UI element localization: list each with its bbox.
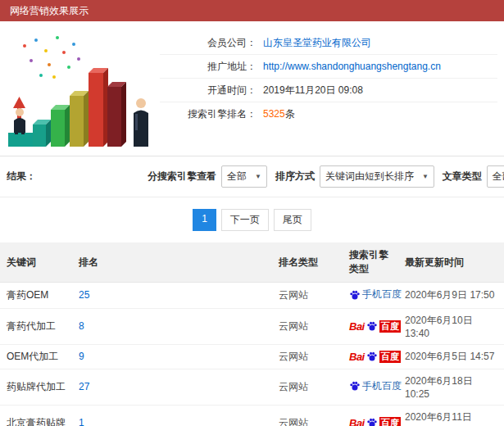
mobile-baidu-label: 手机百度 xyxy=(362,379,402,393)
update-time-cell: 2020年6月11日 11:18 xyxy=(398,405,504,426)
rank-type-cell: 云网站 xyxy=(272,405,343,426)
growth-chart-illustration xyxy=(0,28,160,151)
table-row: 膏药OEM25云网站手机百度2020年6月9日 17:50 xyxy=(0,283,504,309)
baidu-logo-text: Bai xyxy=(349,351,365,363)
baidu-paw-icon xyxy=(366,417,378,426)
rank-cell: 25 xyxy=(72,283,272,309)
engine-type-cell: 手机百度 xyxy=(343,283,398,309)
promo-url-value[interactable]: http://www.shandonghuangshengtang.cn xyxy=(263,61,441,72)
update-time-cell: 2020年6月9日 17:50 xyxy=(398,283,504,309)
pagination: 1 下一页 尾页 xyxy=(0,197,504,242)
engine-filter-label: 分搜索引擎查看 xyxy=(148,170,216,184)
article-type-label: 文章类型 xyxy=(443,170,482,184)
engine-rank-count-value: 5325条 xyxy=(263,107,295,121)
engine-type-cell: Bai百度 xyxy=(343,344,398,369)
info-section: 会员公司：山东皇圣堂药业有限公司推广地址：http://www.shandong… xyxy=(0,21,504,156)
businessman-left xyxy=(8,108,33,147)
table-row: 药贴牌代加工27云网站手机百度2020年6月18日 10:25 xyxy=(0,369,504,405)
open-time-label: 开通时间： xyxy=(160,84,257,97)
engine-type-cell: Bai百度 xyxy=(343,405,398,426)
baidu-logo-text: Bai xyxy=(349,320,365,333)
engine-select-value: 全部 xyxy=(227,170,247,184)
bar-chart-graphic xyxy=(0,28,160,151)
info-row-member-company: 会员公司：山东皇圣堂药业有限公司 xyxy=(160,31,497,55)
mobile-baidu-label: 手机百度 xyxy=(362,288,402,301)
column-header-4: 最新更新时间 xyxy=(398,242,504,283)
baidu-logo: Bai百度 xyxy=(349,417,401,426)
page-header: 网络营销效果展示 xyxy=(0,0,504,21)
engine-rank-count-number: 5325 xyxy=(263,108,285,120)
open-time-value: 2019年11月20日 09:08 xyxy=(263,84,363,97)
table-header-row: 关键词排名排名类型搜索引擎类型最新更新时间 xyxy=(0,242,504,283)
info-row-promo-url: 推广地址：http://www.shandonghuangshengtang.c… xyxy=(160,55,497,79)
table-row: OEM代加工9云网站Bai百度2020年6月5日 14:57 xyxy=(0,344,504,369)
column-header-0: 关键词 xyxy=(0,242,72,283)
rank-type-cell: 云网站 xyxy=(272,308,343,344)
engine-type-cell: Bai百度 xyxy=(343,308,398,344)
member-company-value[interactable]: 山东皇圣堂药业有限公司 xyxy=(263,36,371,50)
mobile-baidu-logo: 手机百度 xyxy=(349,288,402,301)
keyword-cell: 药贴牌代加工 xyxy=(0,369,72,405)
engine-rank-count-suffix: 条 xyxy=(285,108,295,120)
page-button-current[interactable]: 1 xyxy=(193,209,216,231)
baidu-logo-badge: 百度 xyxy=(379,351,401,363)
info-row-open-time: 开通时间：2019年11月20日 09:08 xyxy=(160,79,497,102)
chevron-down-icon: ▼ xyxy=(255,173,261,180)
info-fields: 会员公司：山东皇圣堂药业有限公司推广地址：http://www.shandong… xyxy=(160,28,504,151)
member-company-label: 会员公司： xyxy=(160,36,257,50)
rank-type-cell: 云网站 xyxy=(272,369,343,405)
column-header-3: 搜索引擎类型 xyxy=(343,242,398,283)
update-time-cell: 2020年6月10日 13:40 xyxy=(398,308,504,344)
keyword-cell: OEM代加工 xyxy=(0,344,72,369)
update-time-cell: 2020年6月18日 10:25 xyxy=(398,369,504,405)
baidu-logo-badge: 百度 xyxy=(379,417,401,426)
rank-cell: 9 xyxy=(72,344,272,369)
keyword-cell: 北京膏药贴牌 xyxy=(0,405,72,426)
result-filter-bar: 结果： 分搜索引擎查看 全部 ▼ 排序方式 关键词由短到长排序 ▼ 文章类型 全… xyxy=(0,156,504,197)
engine-type-cell: 手机百度 xyxy=(343,369,398,405)
result-label: 结果： xyxy=(7,170,36,184)
rank-cell: 1 xyxy=(72,405,272,426)
baidu-logo-text: Bai xyxy=(349,417,365,426)
rank-type-cell: 云网站 xyxy=(272,283,343,309)
baidu-logo: Bai百度 xyxy=(349,351,401,363)
sort-filter-label: 排序方式 xyxy=(275,170,315,184)
article-type-select[interactable]: 全部 ▼ xyxy=(487,165,504,188)
baidu-logo: Bai百度 xyxy=(349,320,401,333)
promo-url-label: 推广地址： xyxy=(160,60,257,74)
rank-type-cell: 云网站 xyxy=(272,344,343,369)
page-title: 网络营销效果展示 xyxy=(10,5,89,16)
baidu-paw-icon xyxy=(349,380,361,392)
filter-controls: 分搜索引擎查看 全部 ▼ 排序方式 关键词由短到长排序 ▼ 文章类型 全部 ▼ … xyxy=(144,165,504,188)
mobile-baidu-logo: 手机百度 xyxy=(349,379,402,393)
businessman-right xyxy=(134,98,148,147)
keyword-cell: 膏药代加工 xyxy=(0,308,72,344)
sort-select[interactable]: 关键词由短到长排序 ▼ xyxy=(320,165,434,188)
baidu-paw-icon xyxy=(366,320,378,332)
article-type-select-value: 全部 xyxy=(493,170,504,184)
next-page-button[interactable]: 下一页 xyxy=(221,209,269,231)
baidu-paw-icon xyxy=(366,351,378,362)
table-row: 北京膏药贴牌1云网站Bai百度2020年6月11日 11:18 xyxy=(0,405,504,426)
column-header-1: 排名 xyxy=(72,242,272,283)
last-page-button[interactable]: 尾页 xyxy=(274,209,311,231)
sort-select-value: 关键词由短到长排序 xyxy=(325,170,414,184)
table-row: 膏药代加工8云网站Bai百度2020年6月10日 13:40 xyxy=(0,308,504,344)
info-row-engine-rank-count: 搜索引擎排名：5325条 xyxy=(160,102,497,126)
chevron-down-icon: ▼ xyxy=(422,173,429,180)
rank-cell: 27 xyxy=(72,369,272,405)
baidu-paw-icon xyxy=(349,289,361,301)
engine-rank-count-label: 搜索引擎排名： xyxy=(160,107,257,121)
keyword-ranking-table: 关键词排名排名类型搜索引擎类型最新更新时间 膏药OEM25云网站手机百度2020… xyxy=(0,242,504,426)
update-time-cell: 2020年6月5日 14:57 xyxy=(398,344,504,369)
baidu-logo-badge: 百度 xyxy=(379,320,401,333)
keyword-cell: 膏药OEM xyxy=(0,283,72,309)
column-header-2: 排名类型 xyxy=(272,242,343,283)
engine-select[interactable]: 全部 ▼ xyxy=(221,165,267,188)
rank-cell: 8 xyxy=(72,308,272,344)
